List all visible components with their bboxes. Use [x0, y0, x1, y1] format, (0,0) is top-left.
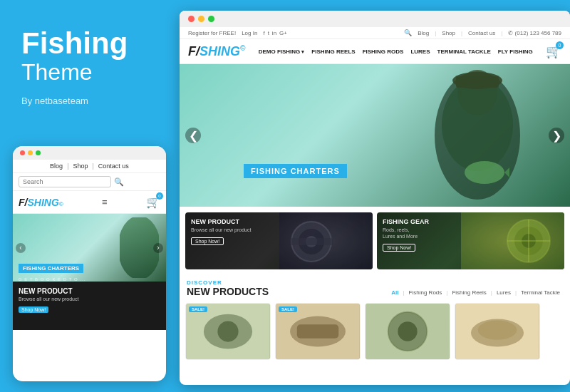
desktop-card-2-title: FISHING GEAR [383, 218, 429, 225]
desktop-phone: ✆ (012) 123 456 789 [508, 30, 561, 36]
mobile-dot-red [20, 150, 25, 155]
mobile-mockup: Blog | Shop | Contact us 🔍 F/SHING© ≡ 🛒 … [13, 146, 166, 381]
mobile-cart-wrap: 🛒 0 [146, 195, 160, 209]
desktop-card-1-desc: Browse all our new product [191, 227, 251, 233]
desktop-logo: F/SHING© [188, 44, 245, 59]
desktop-card-image-1 [279, 212, 373, 269]
desktop-cart-wrap: 🛒 0 [546, 43, 561, 59]
desktop-thumb-4-image [455, 304, 539, 359]
desktop-cart-badge: 0 [556, 41, 564, 49]
search-icon[interactable]: 🔍 [114, 177, 124, 187]
svg-marker-6 [504, 164, 509, 181]
nav-terminal-tackle[interactable]: TERMINAL TACKLE [437, 48, 491, 55]
svg-rect-21 [297, 324, 339, 339]
nav-fly-fishing[interactable]: FLY FISHING [498, 48, 533, 55]
desktop-thumb-3-image [366, 304, 450, 359]
desktop-nav-links: DEMO FISHING FISHING REELS FISHING RODS … [259, 48, 533, 55]
desktop-search-icon[interactable]: 🔍 [404, 29, 412, 36]
desktop-prev-arrow[interactable]: ❮ [185, 128, 201, 143]
mobile-prev-arrow[interactable]: ‹ [16, 243, 26, 253]
desktop-mockup: Register for FREE! Log In f t in G+ 🔍 Bl… [180, 11, 570, 385]
mobile-product-card: NEW PRODUCT Browse all our new product S… [13, 282, 166, 330]
mobile-product-title: NEW PRODUCT [19, 287, 160, 295]
discover-label: DISCOVER [187, 279, 563, 286]
desktop-dot-green [208, 16, 214, 22]
filter-terminal-tackle[interactable]: Terminal Tackle [518, 289, 563, 296]
mobile-search-bar: 🔍 [13, 173, 166, 191]
mobile-logo: F/SHING© [19, 197, 63, 208]
desktop-utility-left: Register for FREE! Log In f t in G+ [188, 30, 287, 36]
thumb-2-sale-badge: SALE! [279, 306, 297, 312]
mobile-titlebar [13, 146, 166, 160]
register-link[interactable]: Register for FREE! [188, 30, 236, 36]
nav-lures[interactable]: LURES [410, 48, 430, 55]
desktop-card-new-product: NEW PRODUCT Browse all our new product S… [185, 212, 373, 269]
svg-point-18 [217, 321, 238, 341]
desktop-titlebar [180, 11, 570, 27]
mobile-hero-label: FISHING CHARTERS [19, 264, 83, 273]
svg-point-24 [398, 321, 417, 341]
mobile-shop-link[interactable]: Shop [73, 163, 88, 170]
desktop-shop-link[interactable]: Shop [442, 30, 455, 36]
social-links: f t in G+ [263, 30, 287, 36]
desktop-hero: ❮ ❯ FISHING CHARTERS [180, 64, 570, 207]
desktop-card-1-btn[interactable]: Shop Now! [191, 237, 224, 245]
filter-lures[interactable]: Lures [494, 289, 514, 296]
brand-title-fishing: Fishing [21, 29, 128, 58]
desktop-contact-link[interactable]: Contact us [468, 30, 495, 36]
filter-fishing-reels[interactable]: Fishing Reels [449, 289, 489, 296]
desktop-card-1-title: NEW PRODUCT [191, 218, 251, 225]
mobile-product-desc: Browse all our new product [19, 296, 160, 301]
desktop-thumb-4[interactable] [455, 303, 540, 360]
brand-by: By netbaseteam [21, 96, 88, 106]
desktop-next-arrow[interactable]: ❯ [549, 128, 564, 143]
filter-fishing-rods[interactable]: Fishing Rods [406, 289, 445, 296]
linkedin-icon[interactable]: in [272, 30, 276, 36]
brand-title-theme: Theme [21, 58, 128, 86]
mobile-dot-green [36, 150, 41, 155]
login-link[interactable]: Log In [242, 30, 257, 36]
desktop-utility-right: 🔍 Blog | Shop | Contact us | ✆ (012) 123… [404, 29, 561, 36]
desktop-thumb-3[interactable] [365, 303, 450, 360]
mobile-contact-link[interactable]: Contact us [98, 163, 129, 170]
discover-title: NEW PRODUCTS [187, 286, 269, 297]
googleplus-icon[interactable]: G+ [279, 30, 287, 36]
desktop-product-thumbnails: SALE! SALE! [180, 300, 570, 363]
svg-rect-4 [456, 76, 499, 88]
mobile-blog-link[interactable]: Blog [50, 163, 63, 170]
nav-fishing-rods[interactable]: FISHING RODS [363, 48, 404, 55]
mobile-hero: ‹ › FISHING CHARTERS G E T B O O K E D T… [13, 214, 166, 282]
mobile-topbar: Blog | Shop | Contact us [13, 160, 166, 173]
filter-all[interactable]: All [388, 289, 401, 296]
desktop-card-1-content: NEW PRODUCT Browse all our new product S… [191, 218, 251, 246]
desktop-card-2-btn[interactable]: Shop Now! [383, 244, 415, 252]
mobile-next-arrow[interactable]: › [153, 243, 163, 253]
desktop-card-fishing-gear: FISHING GEAR Rods, reels, Lures and More… [377, 212, 564, 269]
mobile-cart-badge: 0 [156, 192, 163, 200]
twitter-icon[interactable]: t [268, 30, 269, 36]
desktop-nav: F/SHING© DEMO FISHING FISHING REELS FISH… [180, 39, 570, 64]
desktop-dot-yellow [198, 16, 204, 22]
mobile-search-input[interactable] [19, 176, 111, 187]
desktop-card-2-content: FISHING GEAR Rods, reels, Lures and More… [383, 218, 429, 252]
facebook-icon[interactable]: f [263, 30, 264, 36]
desktop-dot-red [188, 16, 195, 22]
thumb-1-sale-badge: SALE! [189, 306, 207, 312]
desktop-thumb-2[interactable]: SALE! [275, 303, 361, 360]
desktop-filter-bar: All | Fishing Rods | Fishing Reels | Lur… [388, 289, 563, 296]
desktop-discover-section: DISCOVER NEW PRODUCTS All | Fishing Rods… [180, 275, 570, 300]
svg-point-27 [478, 320, 517, 339]
hero-fish-svg [460, 157, 509, 189]
nav-fishing-reels[interactable]: FISHING REELS [311, 48, 355, 55]
hamburger-icon[interactable]: ≡ [102, 197, 108, 207]
mobile-shop-now-button[interactable]: Shop Now! [19, 306, 48, 313]
nav-demo-fishing[interactable]: DEMO FISHING [259, 48, 305, 55]
desktop-thumb-1[interactable]: SALE! [185, 303, 271, 360]
desktop-hero-label: FISHING CHARTERS [244, 164, 347, 178]
mobile-dot-yellow [28, 150, 33, 155]
svg-rect-10 [290, 238, 333, 245]
desktop-blog-link[interactable]: Blog [418, 30, 429, 36]
svg-point-5 [465, 161, 504, 184]
desktop-utility-bar: Register for FREE! Log In f t in G+ 🔍 Bl… [180, 27, 570, 39]
desktop-card-image-2 [461, 212, 564, 269]
